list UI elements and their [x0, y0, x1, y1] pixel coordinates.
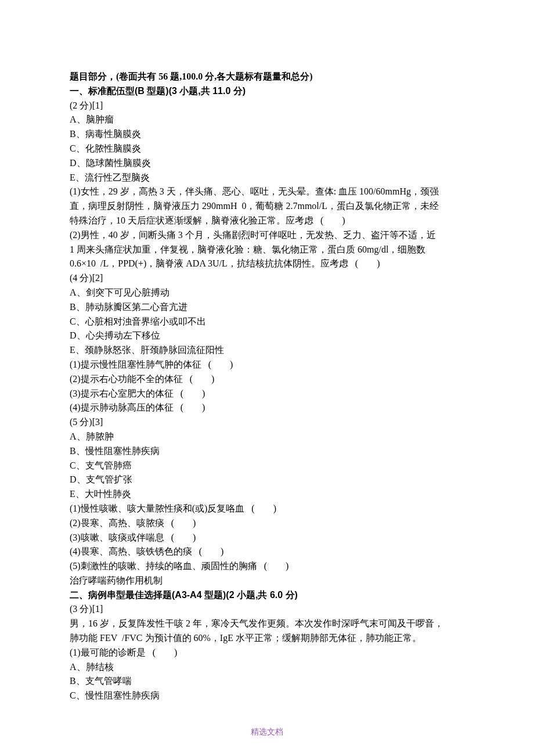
s2-q1-stem2: 肺功能 FEV /FVC 为预计值的 60%，IgE 水平正常；缓解期肺部无体征…	[70, 631, 464, 646]
s2-q1-option-c: C、慢性阻塞性肺疾病	[70, 689, 464, 703]
q2-score: (4 分)[2]	[70, 271, 464, 286]
q1-option-e: E、流行性乙型脑炎	[70, 171, 464, 185]
section-2-title: 二、病例串型最佳选择题(A3-A4 型题)(2 小题,共 6.0 分)	[70, 588, 464, 603]
s2-q1-option-a: A、肺结核	[70, 660, 464, 675]
q2-sub2: (2)提示右心功能不全的体征 ( )	[70, 372, 464, 387]
q2-sub3: (3)提示右心室肥大的体征 ( )	[70, 387, 464, 401]
q3-option-c: C、支气管肺癌	[70, 459, 464, 473]
q3-sub2: (2)畏寒、高热、咳脓痰 ( )	[70, 516, 464, 531]
q2-option-a: A、剑突下可见心脏搏动	[70, 286, 464, 300]
s2-q1-option-b: B、支气管哮喘	[70, 674, 464, 689]
q1-sub2-line1: (2)男性，40 岁，间断头痛 3 个月，头痛剧烈时可伴呕吐，无发热、乏力、盗汗…	[70, 228, 464, 243]
q3-sub1: (1)慢性咳嗽、咳大量脓性痰和(或)反复咯血 ( )	[70, 502, 464, 516]
q2-option-b: B、肺动脉瓣区第二心音亢进	[70, 300, 464, 315]
q3-sub3: (3)咳嗽、咳痰或伴喘息 ( )	[70, 531, 464, 545]
q1-sub1-line3: 特殊治疗，10 天后症状逐渐缓解，脑脊液化验正常。应考虑 ( )	[70, 214, 464, 228]
q3-option-e: E、大叶性肺炎	[70, 487, 464, 502]
q2-option-e: E、颈静脉怒张、肝颈静脉回流征阳性	[70, 343, 464, 358]
s2-q1-sub1: (1)最可能的诊断是 ( )	[70, 646, 464, 660]
q3-option-b: B、慢性阻塞性肺疾病	[70, 444, 464, 459]
q1-option-d: D、隐球菌性脑膜炎	[70, 156, 464, 171]
s2-q1-stem1: 男，16 岁，反复阵发性干咳 2 年，寒冷天气发作更频。本次发作时深呼气末可闻及…	[70, 617, 464, 631]
s2-q1-score: (3 分)[1]	[70, 602, 464, 617]
q3-sub4: (4)畏寒、高热、咳铁锈色的痰 ( )	[70, 545, 464, 559]
q1-sub1-line1: (1)女性，29 岁，高热 3 天，伴头痛、恶心、呕吐，无头晕。查体: 血压 1…	[70, 185, 464, 199]
q3-option-d: D、支气管扩张	[70, 473, 464, 487]
q1-option-c: C、化脓性脑膜炎	[70, 142, 464, 156]
paper-header: 题目部分，(卷面共有 56 题,100.0 分,各大题标有题量和总分)	[70, 70, 464, 84]
q1-sub1-line2: 直，病理反射阴性，脑脊液压力 290mmH 0，葡萄糖 2.7mmol/L，蛋白…	[70, 199, 464, 214]
q3-sub5: (5)刺激性的咳嗽、持续的咯血、顽固性的胸痛 ( )	[70, 559, 464, 574]
q1-option-a: A、脑肿瘤	[70, 113, 464, 127]
q1-sub2-line2: 1 周来头痛症状加重，伴复视，脑脊液化验：糖、氯化物正常，蛋白质 60mg/dl…	[70, 243, 464, 257]
q2-option-c: C、心脏相对浊音界缩小或叩不出	[70, 315, 464, 329]
section-1-title: 一、标准配伍型(B 型题)(3 小题,共 11.0 分)	[70, 84, 464, 99]
q2-option-d: D、心尖搏动左下移位	[70, 329, 464, 343]
q1-score: (2 分)[1]	[70, 99, 464, 113]
q3-note: 治疗哮喘药物作用机制	[70, 574, 464, 588]
q1-option-b: B、病毒性脑膜炎	[70, 127, 464, 142]
page-footer: 精选文档	[0, 726, 534, 739]
q3-option-a: A、肺脓肿	[70, 430, 464, 444]
q3-score: (5 分)[3]	[70, 415, 464, 430]
q2-sub1: (1)提示慢性阻塞性肺气肿的体征 ( )	[70, 358, 464, 372]
q1-sub2-line3: 0.6×10 /L，PPD(+)，脑脊液 ADA 3U/L，抗结核抗抗体阴性。应…	[70, 257, 464, 271]
q2-sub4: (4)提示肺动脉高压的体征 ( )	[70, 401, 464, 415]
